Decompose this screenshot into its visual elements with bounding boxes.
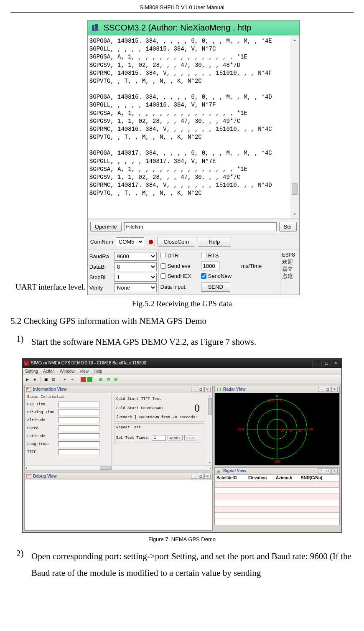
baud-select[interactable]: 9600 bbox=[114, 252, 157, 261]
fig7-caption: Figure 7: NEMA GPS Demo bbox=[10, 536, 354, 542]
menu-action[interactable]: Action bbox=[43, 369, 55, 374]
cold-remark: [Remark:] Countdown from 70 seconds! bbox=[116, 415, 202, 420]
basic-info-label: Basic Information bbox=[27, 395, 109, 399]
scroll-thumb[interactable] bbox=[292, 183, 298, 195]
tb-tile2-icon[interactable]: ▧ bbox=[105, 377, 111, 382]
sscom-output: $GPGGA, 140815. 384, , , , , 0, 0, , , M… bbox=[88, 35, 299, 219]
close-button[interactable]: ✕ bbox=[331, 360, 340, 366]
lat-input[interactable] bbox=[58, 433, 100, 439]
send-button[interactable]: SEND bbox=[201, 282, 230, 292]
tb-window-icon[interactable]: ▣ bbox=[43, 377, 49, 382]
tb-rec-icon[interactable]: ● bbox=[62, 377, 68, 382]
sscom-title-text: SSCOM3.2 (Author: NieXiaoMeng . http bbox=[104, 23, 252, 33]
menu-help[interactable]: Help bbox=[94, 369, 102, 374]
cold-start-label: Cold Start TTFF Test bbox=[116, 397, 202, 401]
menu-window[interactable]: Window bbox=[60, 369, 75, 374]
sw-max-icon[interactable]: ◻ bbox=[198, 474, 204, 479]
nema-title-text: SIMCom NMEA GPS DEMO 2.10 - COM16 BandRa… bbox=[31, 361, 146, 365]
step1-text: Start the software NEMA GPS DEMO V2.2, a… bbox=[31, 334, 256, 351]
tb-red-icon[interactable] bbox=[81, 377, 86, 382]
spd-input[interactable] bbox=[58, 425, 100, 431]
start-button[interactable]: START bbox=[168, 435, 182, 440]
info-view-window: Information View ─ ◻ ✕ Basic Information… bbox=[24, 386, 213, 471]
svg-rect-25 bbox=[218, 471, 219, 473]
sw-max-icon[interactable]: ◻ bbox=[198, 387, 204, 392]
svg-text:270: 270 bbox=[238, 427, 244, 431]
sw-min-icon[interactable]: ─ bbox=[318, 387, 324, 392]
tb-tile3-icon[interactable]: ▨ bbox=[113, 377, 119, 382]
sendnew-checkbox[interactable]: SendNew bbox=[201, 273, 239, 279]
stop-button[interactable]: STOP bbox=[184, 435, 198, 440]
databits-select[interactable]: 8 bbox=[114, 262, 157, 271]
svg-text:180: 180 bbox=[274, 460, 280, 464]
sig-col-azim: Azimuth bbox=[274, 475, 299, 481]
signal-icon bbox=[216, 469, 221, 473]
rts-checkbox[interactable]: RTS bbox=[201, 252, 239, 259]
debug-body bbox=[25, 480, 212, 530]
sw-close-icon[interactable]: ✕ bbox=[331, 468, 338, 473]
set-times-input[interactable] bbox=[152, 435, 166, 441]
tb-ok-icon[interactable]: ● bbox=[69, 377, 75, 382]
tb-tile1-icon[interactable]: ▦ bbox=[98, 377, 104, 382]
sw-max-icon[interactable]: ◻ bbox=[325, 468, 331, 473]
ttff-input[interactable] bbox=[58, 449, 100, 455]
svg-text:0: 0 bbox=[305, 428, 308, 433]
closecom-button[interactable]: CloseCom bbox=[158, 237, 195, 247]
signal-view-window: Signal View ─ ◻ ✕ SatelliteID Elevation … bbox=[214, 467, 340, 525]
repeat-test-label: Repeat Test bbox=[116, 425, 202, 430]
menu-setting[interactable]: Setting bbox=[25, 369, 38, 374]
debug-view-window: Debug View ─ ◻ ✕ bbox=[24, 473, 213, 531]
lon-input[interactable] bbox=[58, 441, 100, 447]
cold-countdown-value: 0 bbox=[194, 403, 202, 414]
uart-label: UART interface level. bbox=[15, 282, 86, 295]
sw-max-icon[interactable]: ◻ bbox=[325, 387, 331, 392]
svg-text:90: 90 bbox=[308, 427, 313, 431]
maximize-button[interactable]: ◻ bbox=[321, 360, 331, 366]
databits-label: DataBi bbox=[89, 264, 112, 270]
cn-text: ESP8 欢迎 嘉立 点这 bbox=[280, 249, 299, 295]
openfile-button[interactable]: OpenFile bbox=[90, 222, 122, 232]
info-hscroll[interactable]: ◂ ▸ bbox=[25, 465, 212, 471]
sendhex-checkbox[interactable]: SendHEX bbox=[160, 273, 199, 279]
bj-label: BeiJing Time bbox=[27, 410, 56, 415]
radar-plot: N 360 0 90 270 180 90 60 30 0 bbox=[215, 393, 339, 465]
stopbits-select[interactable]: 1 bbox=[114, 273, 157, 282]
sw-min-icon[interactable]: ─ bbox=[191, 387, 197, 392]
verify-label: Verify bbox=[89, 285, 112, 291]
svg-rect-26 bbox=[219, 470, 220, 473]
ms-input[interactable] bbox=[201, 262, 219, 270]
svg-text:30: 30 bbox=[298, 428, 302, 433]
sw-close-icon[interactable]: ✕ bbox=[204, 474, 211, 479]
sscom-titlebar: SSCOM3.2 (Author: NieXiaoMeng . http bbox=[88, 20, 299, 35]
menu-view[interactable]: View bbox=[80, 369, 89, 374]
sendeve-checkbox[interactable]: Send eve bbox=[160, 263, 199, 269]
comnum-select[interactable]: COM5 bbox=[116, 237, 144, 246]
sw-close-icon[interactable]: ✕ bbox=[331, 387, 338, 392]
scroll-down-icon[interactable]: ▾ bbox=[293, 211, 296, 217]
tb-stop-icon[interactable]: ■ bbox=[32, 377, 38, 382]
svg-text:0: 0 bbox=[280, 398, 283, 402]
sw-close-icon[interactable]: ✕ bbox=[204, 387, 211, 392]
tb-play-icon[interactable]: ▶ bbox=[24, 377, 30, 382]
nema-toolbar: ▶ ■ ▣ ▤ ● ● ▦ ▧ ▨ bbox=[23, 375, 341, 384]
lat-label: Latitude bbox=[27, 434, 56, 438]
tb-cascade-icon[interactable]: ▤ bbox=[51, 377, 56, 382]
sscom-scrollbar[interactable]: ▴ ▾ bbox=[290, 36, 299, 219]
filename-input[interactable] bbox=[124, 222, 277, 231]
sw-min-icon[interactable]: ─ bbox=[191, 474, 197, 479]
bj-input[interactable] bbox=[58, 410, 100, 415]
ser-button[interactable]: Ser bbox=[279, 222, 297, 232]
minimize-button[interactable]: ─ bbox=[312, 360, 321, 366]
radar-view-window: Radar View ─ ◻ ✕ bbox=[214, 386, 340, 466]
utc-input[interactable] bbox=[58, 402, 100, 407]
svg-rect-7 bbox=[26, 474, 31, 478]
sw-min-icon[interactable]: ─ bbox=[318, 468, 324, 473]
tb-green-icon[interactable] bbox=[87, 377, 92, 382]
record-icon[interactable] bbox=[147, 238, 155, 246]
verify-select[interactable]: None bbox=[114, 283, 157, 292]
help-button[interactable]: Help bbox=[198, 237, 231, 247]
dtr-checkbox[interactable]: DTR bbox=[160, 252, 199, 259]
alt-input[interactable] bbox=[58, 417, 100, 423]
info-vscroll[interactable]: ▴ ▾ bbox=[207, 393, 212, 465]
scroll-up-icon[interactable]: ▴ bbox=[293, 37, 296, 43]
